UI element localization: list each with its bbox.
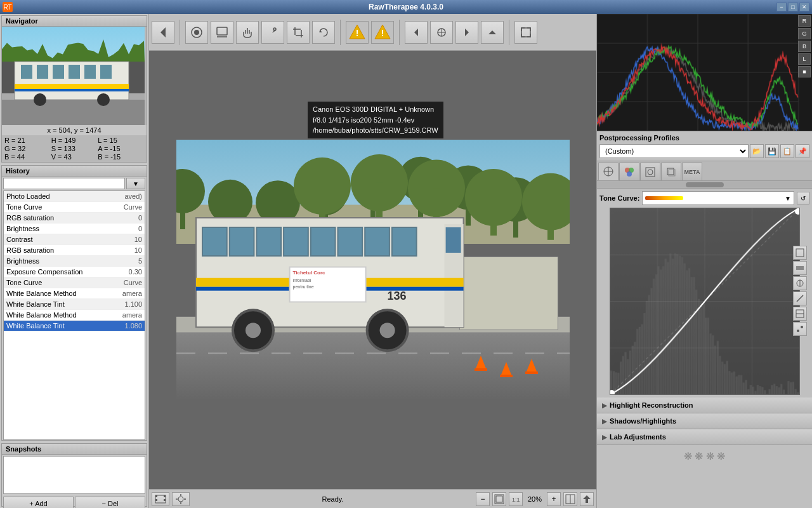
history-item[interactable]: Brightness5 bbox=[4, 256, 145, 267]
tab-exposure[interactable] bbox=[598, 163, 619, 180]
app-title: RawTherapee 4.0.3.0 bbox=[369, 3, 443, 11]
warn-highlights-button[interactable]: ! bbox=[346, 21, 369, 44]
accordion-header-shadows[interactable]: ▶ Shadows/Highlights bbox=[597, 413, 812, 429]
footer-decoration: ❋ ❋ ❋ ❋ bbox=[597, 445, 812, 467]
accordion-header-highlight[interactable]: ▶ Highlight Reconstruction bbox=[597, 398, 812, 413]
svg-rect-42 bbox=[796, 249, 804, 257]
add-snapshot-button[interactable]: + Add bbox=[3, 497, 74, 508]
status-text: Ready. bbox=[192, 495, 473, 503]
history-item-name: White Balance Tint bbox=[6, 300, 117, 308]
picker-button[interactable] bbox=[261, 21, 284, 44]
picker-icon bbox=[266, 26, 279, 39]
maximize-button[interactable]: □ bbox=[788, 3, 798, 11]
toolbar-separator-3 bbox=[399, 20, 400, 45]
tone-curve-selector[interactable]: ▼ bbox=[642, 191, 794, 205]
hist-btn-1[interactable]: R bbox=[798, 15, 811, 27]
tab-raw[interactable]: META bbox=[682, 163, 702, 180]
zoom-out-icon: − bbox=[480, 495, 485, 504]
curve-tool-4[interactable] bbox=[793, 291, 807, 305]
warn-shadows-icon: ! bbox=[372, 22, 393, 43]
settings-button[interactable] bbox=[172, 492, 190, 506]
svg-text:!: ! bbox=[356, 28, 359, 38]
warn-shadows-button[interactable]: ! bbox=[371, 21, 394, 44]
svg-point-49 bbox=[797, 330, 799, 332]
history-item[interactable]: White Balance Methodamera bbox=[4, 310, 145, 321]
tone-curve-section: Tone Curve: ▼ ↺ bbox=[597, 189, 812, 398]
history-item[interactable]: RGB saturation0 bbox=[4, 213, 145, 224]
zoom-out-button[interactable]: − bbox=[476, 492, 490, 506]
history-item-name: Brightness bbox=[6, 257, 117, 265]
view-toggle-button[interactable] bbox=[563, 492, 577, 506]
snapshots-header: Snapshots bbox=[2, 444, 147, 455]
nav-up-button[interactable] bbox=[481, 21, 504, 44]
fullscreen-button[interactable] bbox=[514, 21, 537, 44]
history-item[interactable]: Brightness0 bbox=[4, 224, 145, 234]
profile-button[interactable] bbox=[185, 21, 208, 44]
profile-save-button[interactable]: 💾 bbox=[765, 144, 779, 158]
hist-btn-4[interactable]: L bbox=[798, 53, 811, 65]
curve-tool-5[interactable] bbox=[793, 307, 807, 321]
history-item-value: aved) bbox=[117, 192, 142, 200]
window-controls: − □ ✕ bbox=[776, 3, 809, 11]
filmstrip-button[interactable] bbox=[152, 492, 169, 506]
nav-next-icon bbox=[461, 26, 473, 39]
zoom-100-icon: 1:1 bbox=[511, 494, 521, 504]
hand-icon bbox=[241, 26, 254, 39]
s-value: S = 133 bbox=[51, 145, 98, 152]
history-item[interactable]: Photo Loadedaved) bbox=[4, 191, 145, 202]
history-item[interactable]: White Balance Tint1.100 bbox=[4, 299, 145, 310]
minimize-button[interactable]: − bbox=[776, 3, 787, 11]
profile-paste-button[interactable]: 📌 bbox=[796, 144, 809, 158]
exposure-tab-icon bbox=[603, 166, 614, 177]
curve-tool-6[interactable] bbox=[793, 322, 807, 336]
history-item[interactable]: Tone CurveCurve bbox=[4, 277, 145, 288]
history-item[interactable]: White Balance Tint1.080 bbox=[4, 321, 145, 331]
history-search-input[interactable] bbox=[3, 178, 125, 189]
rotate-button[interactable] bbox=[312, 21, 335, 44]
nav-sync-button[interactable] bbox=[430, 21, 453, 44]
history-item[interactable]: Exposure Compensation0.30 bbox=[4, 267, 145, 277]
curve-refresh-button[interactable]: ↺ bbox=[797, 192, 809, 204]
zoom-in-button[interactable]: + bbox=[547, 492, 561, 506]
curve-tool-3[interactable] bbox=[793, 276, 807, 290]
zoom-100-button[interactable]: 1:1 bbox=[509, 492, 523, 506]
b2-value: B = -15 bbox=[98, 153, 144, 161]
scroll-bar[interactable] bbox=[686, 182, 724, 187]
accordion-header-lab[interactable]: ▶ Lab Adjustments bbox=[597, 429, 812, 444]
history-filter-button[interactable]: ▼ bbox=[126, 178, 145, 189]
tab-detail[interactable] bbox=[640, 163, 660, 180]
export-button[interactable] bbox=[580, 492, 594, 506]
profiles-dropdown[interactable]: (Custom) bbox=[599, 144, 749, 158]
history-item-name: White Balance Tint bbox=[6, 322, 117, 330]
svg-point-37 bbox=[627, 171, 632, 177]
close-button[interactable]: ✕ bbox=[799, 3, 809, 11]
tool-content[interactable]: Tone Curve: ▼ ↺ bbox=[597, 181, 812, 508]
history-list[interactable]: Photo Loadedaved)Tone CurveCurveRGB satu… bbox=[3, 190, 145, 440]
svg-rect-38 bbox=[646, 168, 655, 177]
crop-button[interactable] bbox=[287, 21, 310, 44]
history-item[interactable]: Tone CurveCurve bbox=[4, 202, 145, 213]
history-header: History bbox=[2, 166, 147, 177]
back-button[interactable] bbox=[152, 21, 174, 44]
profile-load-button[interactable]: 📂 bbox=[750, 144, 764, 158]
hist-btn-2[interactable]: G bbox=[798, 28, 811, 39]
curve-tool-1[interactable] bbox=[793, 246, 807, 260]
hand-button[interactable] bbox=[236, 21, 259, 44]
edit-button[interactable] bbox=[211, 21, 233, 44]
tab-transform[interactable] bbox=[661, 163, 681, 180]
tone-curve-canvas[interactable] bbox=[610, 208, 800, 395]
curve-tool-2[interactable] bbox=[793, 261, 807, 275]
history-item[interactable]: White Balance Methodamera bbox=[4, 288, 145, 299]
del-snapshot-button[interactable]: − Del bbox=[75, 497, 145, 508]
history-item[interactable]: Contrast10 bbox=[4, 234, 145, 245]
profile-copy-button[interactable]: 📋 bbox=[780, 144, 794, 158]
warn-highlights-icon: ! bbox=[347, 22, 367, 43]
hist-btn-3[interactable]: B bbox=[798, 41, 811, 52]
history-item[interactable]: RGB saturation10 bbox=[4, 245, 145, 256]
nav-next-button[interactable] bbox=[455, 21, 478, 44]
hist-btn-5[interactable]: ■ bbox=[798, 66, 811, 77]
tab-color[interactable] bbox=[619, 163, 639, 180]
zoom-fit-button[interactable] bbox=[492, 492, 506, 506]
svg-rect-29 bbox=[496, 496, 502, 502]
nav-prev-button[interactable] bbox=[405, 21, 428, 44]
